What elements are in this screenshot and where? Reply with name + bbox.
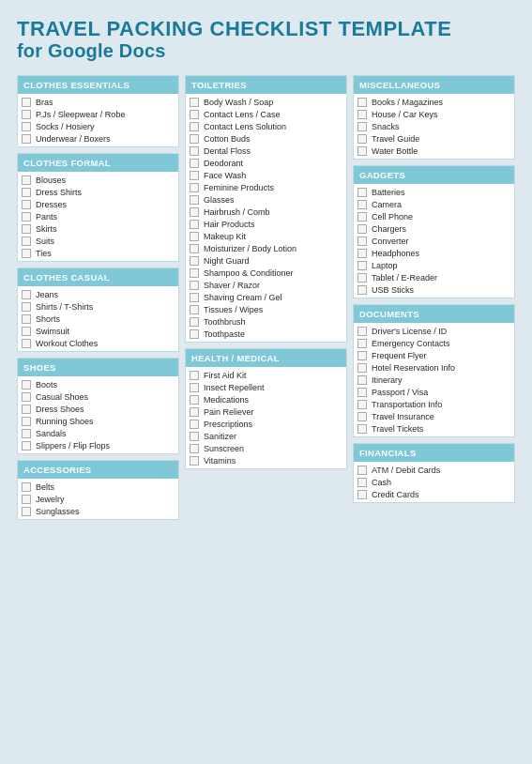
checkbox[interactable]: [357, 339, 367, 348]
checkbox[interactable]: [190, 220, 199, 229]
checkbox[interactable]: [22, 98, 31, 107]
checkbox[interactable]: [22, 188, 31, 197]
list-item: Shaving Cream / Gel: [186, 291, 346, 303]
list-item: Glasses: [186, 193, 346, 206]
checkbox[interactable]: [190, 444, 199, 453]
checkbox[interactable]: [22, 110, 31, 119]
item-label: Jewelry: [36, 495, 65, 504]
item-label: Shorts: [36, 314, 60, 324]
checkbox[interactable]: [22, 237, 31, 246]
checkbox[interactable]: [190, 195, 199, 205]
checkbox[interactable]: [190, 293, 199, 302]
list-item: Hairbrush / Comb: [186, 206, 346, 218]
checkbox[interactable]: [357, 363, 367, 373]
checkbox[interactable]: [357, 134, 367, 144]
item-label: Camera: [372, 200, 402, 209]
checkbox[interactable]: [357, 200, 367, 209]
list-item: Transportation Info: [354, 398, 514, 410]
item-label: Contact Lens / Case: [204, 110, 281, 119]
checkbox[interactable]: [190, 110, 199, 119]
checkbox[interactable]: [190, 281, 199, 290]
section-header-clothes-casual: CLOTHES CASUAL: [18, 268, 178, 286]
checkbox[interactable]: [190, 134, 199, 144]
checkbox[interactable]: [190, 171, 199, 180]
list-item: Casual Shoes: [18, 390, 178, 403]
item-label: Sanitizer: [204, 432, 236, 441]
checkbox[interactable]: [357, 412, 367, 421]
checkbox[interactable]: [357, 249, 367, 258]
checkbox[interactable]: [22, 176, 31, 185]
checkbox[interactable]: [357, 388, 367, 397]
checkbox[interactable]: [190, 317, 199, 327]
checkbox[interactable]: [190, 159, 199, 168]
checkbox[interactable]: [190, 146, 199, 156]
checkbox[interactable]: [190, 305, 199, 314]
checkbox[interactable]: [22, 224, 31, 234]
section-items-documents: Driver's License / IDEmergency ContactsF…: [354, 323, 514, 436]
checkbox[interactable]: [357, 351, 367, 360]
checkbox[interactable]: [22, 429, 31, 438]
checkbox[interactable]: [357, 273, 367, 283]
checkbox[interactable]: [357, 466, 367, 475]
checkbox[interactable]: [190, 207, 199, 217]
item-label: Laptop: [372, 261, 398, 270]
checkbox[interactable]: [22, 507, 31, 516]
checkbox[interactable]: [357, 327, 367, 336]
checkbox[interactable]: [357, 122, 367, 131]
checkbox[interactable]: [357, 375, 367, 385]
checkbox[interactable]: [357, 261, 367, 270]
checkbox[interactable]: [357, 212, 367, 222]
checkbox[interactable]: [22, 200, 31, 209]
checkbox[interactable]: [190, 329, 199, 339]
checkbox[interactable]: [22, 495, 31, 504]
checkbox[interactable]: [357, 224, 367, 234]
checkbox[interactable]: [357, 110, 367, 119]
item-label: Belts: [36, 482, 54, 492]
checkbox[interactable]: [357, 237, 367, 246]
checkbox[interactable]: [190, 256, 199, 266]
checkbox[interactable]: [22, 405, 31, 414]
checkbox[interactable]: [22, 249, 31, 258]
checkbox[interactable]: [190, 420, 199, 429]
checkbox[interactable]: [22, 482, 31, 492]
checkbox[interactable]: [357, 285, 367, 295]
checkbox[interactable]: [22, 290, 31, 299]
checkbox[interactable]: [22, 134, 31, 144]
list-item: Night Guard: [186, 254, 346, 267]
checkbox[interactable]: [190, 371, 199, 380]
item-label: Slippers / Flip Flops: [36, 441, 110, 451]
checkbox[interactable]: [190, 232, 199, 241]
checkbox[interactable]: [22, 314, 31, 324]
checkbox[interactable]: [22, 392, 31, 402]
checkbox[interactable]: [190, 244, 199, 253]
checkbox[interactable]: [190, 407, 199, 417]
checkbox[interactable]: [190, 456, 199, 466]
checkbox[interactable]: [190, 98, 199, 107]
item-label: Toothbrush: [204, 317, 246, 327]
checkbox[interactable]: [190, 432, 199, 441]
list-item: Water Bottle: [354, 145, 514, 157]
checkbox[interactable]: [357, 98, 367, 107]
checkbox[interactable]: [357, 490, 367, 499]
checkbox[interactable]: [22, 302, 31, 312]
checkbox[interactable]: [190, 183, 199, 192]
checkbox[interactable]: [190, 383, 199, 392]
checkbox[interactable]: [190, 268, 199, 278]
checkbox[interactable]: [357, 188, 367, 197]
checkbox[interactable]: [22, 212, 31, 222]
list-item: Laptop: [354, 259, 514, 271]
checkbox[interactable]: [357, 400, 367, 409]
checkbox[interactable]: [22, 327, 31, 336]
checkbox[interactable]: [22, 339, 31, 348]
checkbox[interactable]: [22, 380, 31, 390]
checkbox[interactable]: [190, 395, 199, 405]
checkbox[interactable]: [357, 146, 367, 156]
checkbox[interactable]: [22, 122, 31, 131]
checkbox[interactable]: [22, 417, 31, 426]
checkbox[interactable]: [357, 424, 367, 434]
checkbox[interactable]: [357, 478, 367, 487]
checkbox[interactable]: [190, 122, 199, 131]
checkbox[interactable]: [22, 441, 31, 451]
list-item: Insect Repellent: [186, 381, 346, 393]
section-header-shoes: SHOES: [18, 359, 178, 376]
